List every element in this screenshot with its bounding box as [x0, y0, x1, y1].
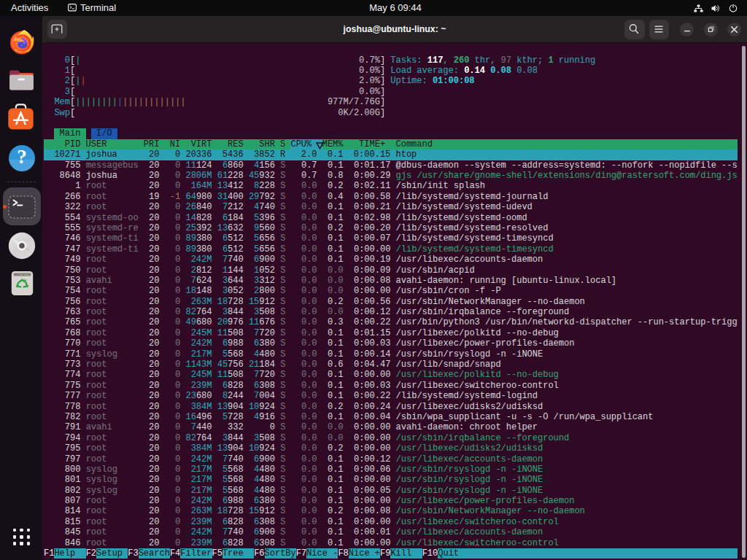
- svg-text:?: ?: [17, 146, 27, 168]
